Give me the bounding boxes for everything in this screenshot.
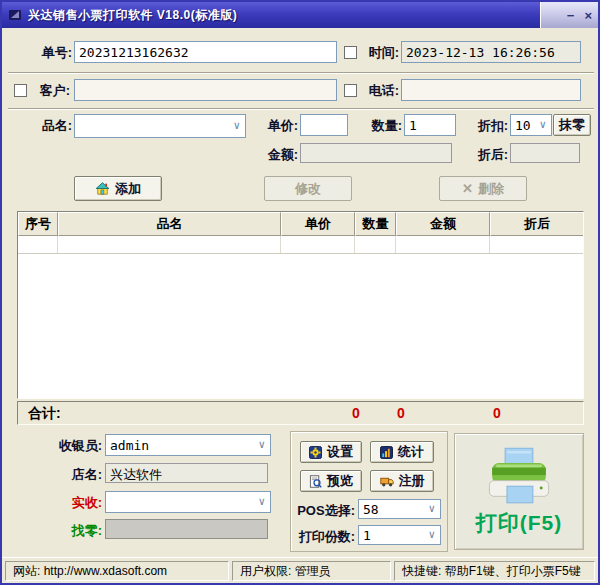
gear-icon bbox=[309, 446, 322, 459]
settings-button[interactable]: 设置 bbox=[300, 441, 362, 463]
stats-button[interactable]: 统计 bbox=[370, 441, 434, 463]
amount-label: 金额: bbox=[254, 146, 298, 164]
phone-input[interactable] bbox=[401, 79, 581, 101]
modify-button-label: 修改 bbox=[295, 180, 321, 198]
quantity-input[interactable] bbox=[404, 114, 456, 136]
phone-label: 电话: bbox=[359, 82, 399, 100]
received-combobox[interactable]: ∨ bbox=[105, 491, 271, 513]
product-combobox[interactable]: ∨ bbox=[74, 114, 246, 138]
stats-button-label: 统计 bbox=[398, 443, 424, 461]
add-button[interactable]: 添加 bbox=[74, 176, 162, 201]
statusbar-website[interactable]: 网站: http://www.xdasoft.com bbox=[5, 561, 229, 581]
discount-label: 折扣: bbox=[464, 117, 508, 135]
close-button[interactable]: × bbox=[584, 9, 592, 22]
cashier-combobox-value: admin bbox=[110, 438, 149, 453]
change-label: 找零: bbox=[56, 522, 102, 540]
chevron-down-icon[interactable]: ∨ bbox=[258, 497, 265, 507]
print-copies-combobox[interactable]: 1 ∨ bbox=[358, 525, 441, 545]
quantity-label: 数量: bbox=[358, 117, 402, 135]
table-cell bbox=[18, 236, 58, 253]
cashier-label: 收银员: bbox=[40, 437, 102, 455]
order-number-input[interactable] bbox=[74, 41, 337, 63]
divider bbox=[8, 108, 594, 110]
chevron-down-icon[interactable]: ∨ bbox=[539, 120, 546, 130]
add-button-label: 添加 bbox=[115, 180, 141, 198]
delete-x-icon: ✕ bbox=[462, 181, 473, 196]
totals-label: 合计: bbox=[28, 405, 61, 423]
preview-magnifier-icon bbox=[309, 475, 322, 488]
price-label: 单价: bbox=[254, 117, 298, 135]
received-label: 实收: bbox=[56, 494, 102, 512]
preview-button-label: 预览 bbox=[327, 472, 353, 490]
divider bbox=[8, 72, 594, 74]
after-discount-readonly-field bbox=[510, 143, 580, 163]
pos-select-value: 58 bbox=[363, 502, 379, 517]
printer-icon bbox=[482, 447, 556, 505]
customer-input[interactable] bbox=[74, 79, 337, 101]
discount-combobox-value: 10 bbox=[515, 118, 531, 133]
preview-button[interactable]: 预览 bbox=[300, 470, 362, 492]
pos-select-combobox[interactable]: 58 ∨ bbox=[358, 499, 441, 519]
statusbar-permission: 用户权限: 管理员 bbox=[232, 561, 391, 581]
window-title: 兴达销售小票打印软件 V18.0(标准版) bbox=[28, 7, 237, 24]
delete-button: ✕ 删除 bbox=[439, 176, 527, 201]
register-button-label: 注册 bbox=[399, 472, 425, 490]
amount-readonly-field bbox=[300, 143, 452, 163]
register-button[interactable]: 注册 bbox=[370, 470, 434, 492]
price-input[interactable] bbox=[300, 114, 348, 136]
table-row bbox=[18, 236, 583, 254]
chart-icon bbox=[380, 446, 393, 459]
discount-combobox[interactable]: 10 ∨ bbox=[510, 114, 552, 136]
after-discount-label: 折后: bbox=[464, 146, 508, 164]
totals-bar: 合计: 0 0 0 bbox=[17, 401, 584, 425]
settings-button-label: 设置 bbox=[327, 443, 353, 461]
customer-label: 客户: bbox=[30, 82, 70, 100]
print-copies-label: 打印份数: bbox=[285, 528, 355, 546]
time-checkbox[interactable] bbox=[344, 46, 357, 59]
column-header-price[interactable]: 单价 bbox=[281, 212, 355, 236]
pos-select-label: POS选择: bbox=[292, 502, 355, 520]
modify-button: 修改 bbox=[264, 176, 352, 201]
titlebar: 兴达销售小票打印软件 V18.0(标准版) − × bbox=[2, 2, 598, 28]
table-cell bbox=[58, 236, 281, 253]
time-input bbox=[401, 41, 581, 63]
table-cell bbox=[490, 236, 583, 253]
phone-checkbox[interactable] bbox=[344, 84, 357, 97]
product-label: 品名: bbox=[20, 117, 72, 135]
wipe-zero-button-label: 抹零 bbox=[559, 116, 585, 134]
minimize-button[interactable]: − bbox=[567, 9, 575, 22]
delete-button-label: 删除 bbox=[478, 180, 504, 198]
totals-quantity: 0 bbox=[343, 405, 369, 421]
cashier-combobox[interactable]: admin ∨ bbox=[105, 434, 271, 456]
column-header-after[interactable]: 折后 bbox=[490, 212, 583, 236]
wipe-zero-button[interactable]: 抹零 bbox=[553, 114, 591, 136]
app-icon bbox=[8, 8, 22, 22]
home-icon bbox=[95, 181, 110, 196]
store-readonly-field: 兴达软件 bbox=[105, 463, 268, 483]
customer-checkbox[interactable] bbox=[14, 84, 27, 97]
table-cell bbox=[355, 236, 396, 253]
change-readonly-field bbox=[105, 519, 268, 539]
time-label: 时间: bbox=[359, 44, 399, 62]
table-cell bbox=[396, 236, 490, 253]
print-button[interactable]: 打印(F5) bbox=[454, 433, 584, 550]
chevron-down-icon[interactable]: ∨ bbox=[258, 440, 265, 450]
chevron-down-icon[interactable]: ∨ bbox=[428, 504, 435, 514]
order-number-label: 单号: bbox=[20, 44, 72, 62]
chevron-down-icon[interactable]: ∨ bbox=[233, 121, 240, 131]
totals-discounted: 0 bbox=[484, 405, 510, 421]
truck-icon bbox=[380, 475, 394, 488]
table-cell bbox=[281, 236, 355, 253]
column-header-index[interactable]: 序号 bbox=[18, 212, 58, 236]
column-header-product[interactable]: 品名 bbox=[58, 212, 281, 236]
store-label: 店名: bbox=[56, 466, 102, 484]
print-copies-value: 1 bbox=[363, 528, 371, 543]
print-button-label: 打印(F5) bbox=[476, 509, 563, 537]
column-header-qty[interactable]: 数量 bbox=[355, 212, 396, 236]
items-table-header: 序号 品名 单价 数量 金额 折后 bbox=[18, 212, 583, 236]
statusbar-hotkeys: 快捷键: 帮助F1键、打印小票F5键 bbox=[394, 561, 595, 581]
items-table: 序号 品名 单价 数量 金额 折后 bbox=[17, 211, 584, 399]
app-window: 兴达销售小票打印软件 V18.0(标准版) − × 单号: 时间: 客户: 电话… bbox=[0, 0, 600, 585]
column-header-amount[interactable]: 金额 bbox=[396, 212, 490, 236]
chevron-down-icon[interactable]: ∨ bbox=[428, 530, 435, 540]
